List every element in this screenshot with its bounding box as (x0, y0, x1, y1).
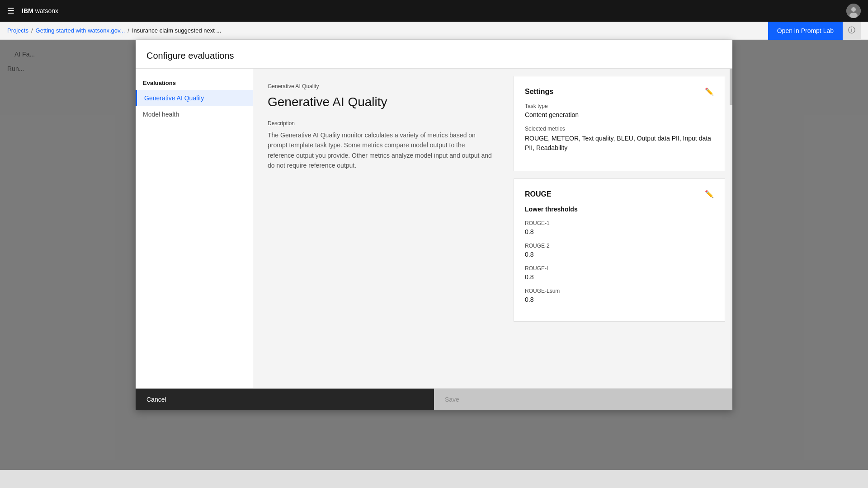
rouge-1-value: 0.8 (525, 228, 714, 235)
description-label: Description (268, 120, 492, 127)
scrollbar-track[interactable] (730, 69, 732, 388)
modal-footer: Cancel Save (136, 388, 732, 410)
rouge-2-label: ROUGE-2 (525, 243, 714, 249)
avatar[interactable] (846, 4, 861, 18)
sidebar-item-model-health[interactable]: Model health (136, 106, 253, 122)
sidebar-section-label: Evaluations (136, 76, 253, 90)
brand-ibm: IBM (22, 7, 33, 14)
rouge-edit-icon[interactable]: ✏️ (705, 190, 714, 198)
modal-title: Configure evaluations (136, 40, 732, 69)
open-prompt-lab-button[interactable]: Open in Prompt Lab (768, 22, 843, 40)
rouge-2-metric: ROUGE-2 0.8 (525, 243, 714, 258)
rouge-card: ROUGE ✏️ Lower thresholds ROUGE-1 0.8 RO… (514, 178, 725, 322)
rouge-l-metric: ROUGE-L 0.8 (525, 265, 714, 281)
info-icon-button[interactable]: ⓘ (843, 22, 861, 40)
modal-sidebar: Evaluations Generative AI Quality Model … (136, 69, 253, 388)
settings-card: Settings ✏️ Task type Content generation… (514, 76, 725, 171)
rouge-1-label: ROUGE-1 (525, 220, 714, 226)
breadcrumb-projects[interactable]: Projects (7, 27, 28, 34)
content-breadcrumb: Generative AI Quality (268, 83, 492, 89)
rouge-lsum-value: 0.8 (525, 296, 714, 303)
configure-evaluations-modal: Configure evaluations Evaluations Genera… (136, 40, 732, 410)
brand-product: watsonx (35, 7, 58, 14)
cancel-button[interactable]: Cancel (136, 389, 434, 410)
rouge-1-metric: ROUGE-1 0.8 (525, 220, 714, 235)
svg-point-1 (851, 7, 856, 12)
rouge-l-value: 0.8 (525, 273, 714, 281)
avatar-image (846, 4, 861, 18)
settings-card-title: Settings (525, 88, 553, 96)
rouge-2-value: 0.8 (525, 251, 714, 258)
breadcrumb-getting-started[interactable]: Getting started with watsonx.gov... (36, 27, 125, 34)
task-type-value: Content generation (525, 111, 714, 118)
task-type-label: Task type (525, 103, 714, 109)
settings-card-header: Settings ✏️ (525, 87, 714, 96)
sidebar-item-generative-ai-quality[interactable]: Generative AI Quality (136, 90, 253, 106)
breadcrumb-actions: Open in Prompt Lab ⓘ (768, 22, 861, 40)
modal-right-panel: Settings ✏️ Task type Content generation… (506, 69, 732, 388)
modal-content-area: Generative AI Quality Generative AI Qual… (253, 69, 506, 388)
rouge-lsum-metric: ROUGE-Lsum 0.8 (525, 288, 714, 303)
breadcrumb-current: Insurance claim suggested next ... (132, 27, 221, 34)
scrollbar-thumb[interactable] (730, 69, 732, 105)
save-button[interactable]: Save (434, 389, 732, 410)
breadcrumb-sep1: / (31, 27, 33, 34)
page-background: AI Fa... Run... Configure evaluations Ev… (0, 40, 868, 470)
svg-point-2 (849, 13, 858, 18)
modal-body: Evaluations Generative AI Quality Model … (136, 69, 732, 388)
rouge-lsum-label: ROUGE-Lsum (525, 288, 714, 294)
task-type-field: Task type Content generation (525, 103, 714, 118)
modal-main: Generative AI Quality Generative AI Qual… (253, 69, 732, 388)
description-text: The Generative AI Quality monitor calcul… (268, 130, 492, 171)
selected-metrics-label: Selected metrics (525, 126, 714, 132)
hamburger-icon[interactable]: ☰ (7, 6, 14, 16)
rouge-l-label: ROUGE-L (525, 265, 714, 272)
lower-thresholds-label: Lower thresholds (525, 206, 714, 213)
breadcrumb: Projects / Getting started with watsonx.… (7, 27, 221, 34)
top-navbar: ☰ IBM watsonx (0, 0, 868, 22)
rouge-card-header: ROUGE ✏️ (525, 190, 714, 198)
brand-logo: IBM watsonx (22, 7, 58, 14)
settings-edit-icon[interactable]: ✏️ (705, 87, 714, 96)
breadcrumb-bar: Projects / Getting started with watsonx.… (0, 22, 868, 40)
breadcrumb-sep2: / (127, 27, 129, 34)
selected-metrics-value: ROUGE, METEOR, Text quality, BLEU, Outpu… (525, 134, 714, 153)
rouge-card-title: ROUGE (525, 190, 552, 198)
selected-metrics-field: Selected metrics ROUGE, METEOR, Text qua… (525, 126, 714, 153)
modal-overlay: Configure evaluations Evaluations Genera… (0, 40, 868, 470)
content-title: Generative AI Quality (268, 95, 492, 109)
